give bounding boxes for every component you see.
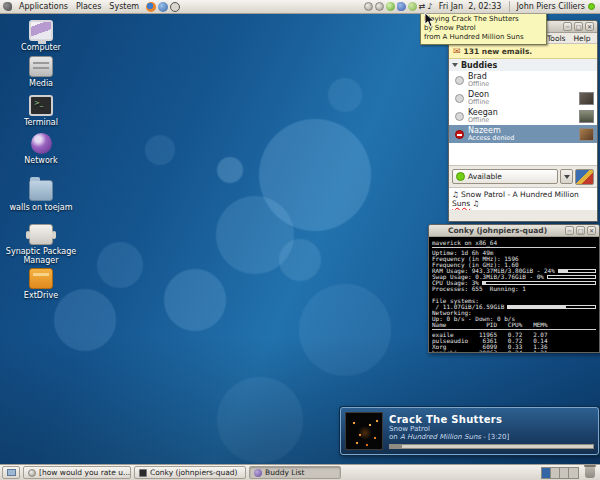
minimize-button[interactable]: ─ (563, 22, 572, 31)
desktop-icon-media[interactable]: Media (4, 56, 78, 88)
gnome-logo-icon[interactable] (3, 2, 12, 11)
close-button[interactable]: ✕ (585, 22, 594, 31)
desktop-icon-label: ExtDrive (4, 291, 78, 300)
menu-applications[interactable]: Applications (15, 0, 72, 13)
available-status-icon (456, 172, 465, 181)
pidgin-tray-icon[interactable] (397, 2, 406, 11)
player-button-icon[interactable] (375, 2, 384, 11)
status-message-text: ♫ Snow Patrol - A Hundred Million (452, 190, 579, 199)
buddy-list-window: ─ □ ✕ ToolsHelp ✉ 131 new emails. Buddie… (448, 20, 598, 222)
network-icon (31, 133, 52, 154)
media-drive-icon (29, 56, 53, 77)
notification-text: Crack The Shutters Snow Patrol on A Hund… (389, 414, 594, 449)
buddy-row-nazeem[interactable]: NazeemAccess denied (449, 125, 597, 143)
update-manager-icon[interactable] (170, 2, 180, 12)
blocked-status-icon (455, 130, 464, 139)
buddylist-menu-help[interactable]: Help (569, 32, 594, 45)
buddy-status: Offline (468, 117, 575, 124)
status-selector[interactable]: Available (452, 169, 558, 184)
offline-status-icon (455, 76, 464, 85)
conky-window-title: Conky (johnpiers-quad) (432, 226, 563, 235)
maximize-button[interactable]: □ (574, 22, 583, 31)
workspace-3[interactable] (560, 468, 569, 478)
taskbar-button-label: [how would you rate u... (39, 468, 130, 477)
group-label: Buddies (461, 61, 497, 70)
desktop-icon-label: Media (4, 79, 78, 88)
desktop-icon-network[interactable]: Network (4, 133, 78, 165)
status-dropdown-button[interactable] (560, 169, 573, 184)
panel-separator (509, 1, 510, 12)
workspace-4[interactable] (569, 468, 578, 478)
user-switcher[interactable]: John Piers Cilliers (514, 2, 597, 11)
email-notice-text: 131 new emails. (464, 47, 533, 56)
external-drive-icon (29, 268, 53, 289)
desktop-icon-terminal[interactable]: Terminal (4, 95, 78, 127)
buddy-avatar (579, 128, 594, 141)
firefox-icon[interactable] (146, 2, 156, 12)
desktop-icon-computer[interactable]: Computer (4, 20, 78, 52)
desktop-icon-label: Network (4, 156, 78, 165)
presence-icon (588, 3, 595, 10)
show-desktop-button[interactable] (2, 466, 20, 479)
status-message[interactable]: ♫ Snow Patrol - A Hundred Million Suns ♫ (449, 187, 597, 210)
buddy-row-deon[interactable]: DeonOffline (449, 89, 597, 107)
song-notification[interactable]: Crack The Shutters Snow Patrol on A Hund… (340, 407, 599, 455)
buddy-avatar (579, 92, 594, 105)
taskbar-button-1[interactable]: [how would you rate u... (23, 466, 131, 479)
pidgin-window-icon (254, 469, 262, 477)
email-notification[interactable]: ✉ 131 new emails. (449, 44, 597, 59)
desktop-icon-label: walls on toejam (4, 203, 78, 212)
desktop-icon-label: Terminal (4, 118, 78, 127)
song-title: Crack The Shutters (389, 414, 594, 425)
buddy-status: Offline (468, 81, 594, 88)
trash-icon[interactable] (585, 467, 595, 478)
help-browser-icon[interactable] (158, 2, 168, 12)
conky-divider (432, 247, 596, 248)
conky-uname: maverick on x86_64 (432, 240, 596, 246)
buddy-group-header[interactable]: Buddies (449, 59, 597, 71)
hamachi-icon[interactable] (386, 2, 395, 11)
conky-titlebar[interactable]: Conky (johnpiers-quad) ─ □ ✕ (429, 225, 599, 237)
desktop-icon-extdrive[interactable]: ExtDrive (4, 268, 78, 300)
user-name: John Piers Cilliers (516, 2, 585, 11)
buddy-avatar (579, 110, 594, 123)
taskbar-button-3[interactable]: Buddy List (249, 466, 341, 479)
song-progress-fill (390, 445, 402, 448)
mouse-cursor (424, 13, 435, 28)
buddy-list: Buddies BradOfflineDeonOfflineKeeganOffl… (449, 59, 597, 165)
conky-bar-fill (483, 282, 486, 284)
buddy-icon-button[interactable] (575, 169, 594, 185)
maximize-button[interactable]: □ (576, 226, 585, 235)
desktop-icon-label: Synaptic Package Manager (4, 247, 78, 265)
tooltip-line: by Snow Patrol (424, 24, 543, 33)
buddy-row-keegan[interactable]: KeeganOffline (449, 107, 597, 125)
bottom-taskbar: [how would you rate u...Conky (johnpiers… (0, 464, 600, 480)
close-button[interactable]: ✕ (587, 226, 596, 235)
menu-system[interactable]: System (105, 0, 143, 13)
desktop: ComputerMediaTerminalNetworkwalls on toe… (0, 0, 600, 480)
workspace-1[interactable] (542, 468, 551, 478)
menu-places[interactable]: Places (72, 0, 105, 13)
workspace-2[interactable] (551, 468, 560, 478)
minimize-button[interactable]: ─ (565, 226, 574, 235)
tooltip-line: Playing Crack The Shutters (424, 15, 543, 24)
update-notifier-icon[interactable] (408, 2, 417, 11)
network-monitor-icon[interactable]: ⇄ (419, 2, 426, 11)
conky-window: Conky (johnpiers-quad) ─ □ ✕ maverick on… (428, 224, 600, 353)
buddy-status: Access denied (468, 135, 575, 142)
computer-icon (29, 20, 53, 41)
clock[interactable]: Fri Jan 2, 02:33 (435, 2, 506, 11)
taskbar-button-label: Buddy List (265, 468, 304, 477)
album-art (345, 412, 383, 450)
taskbar-button-label: Conky (johnpiers-quad) (150, 468, 238, 477)
taskbar-button-2[interactable]: Conky (johnpiers-quad) (134, 466, 246, 479)
volume-icon[interactable]: ♪ (428, 2, 433, 11)
desktop-icon-walls-on-toejam[interactable]: walls on toejam (4, 180, 78, 212)
desktop-icon-label: Computer (4, 43, 78, 52)
song-artist: Snow Patrol (389, 425, 594, 433)
player-button-icon[interactable] (364, 2, 373, 11)
buddy-row-brad[interactable]: BradOffline (449, 71, 597, 89)
desktop-icon-synaptic-package-manager[interactable]: Synaptic Package Manager (4, 224, 78, 265)
workspace-switcher[interactable] (541, 467, 579, 479)
conky-bar-fill (559, 270, 568, 272)
